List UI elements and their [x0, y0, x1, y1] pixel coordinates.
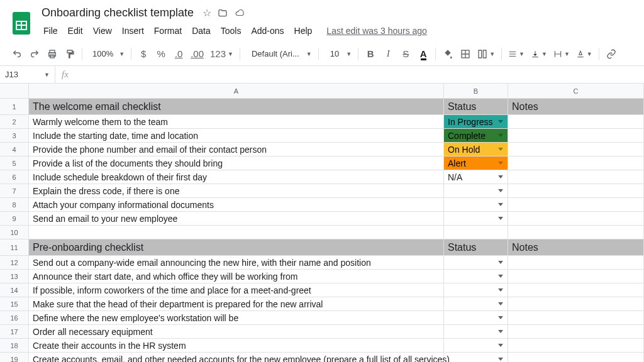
text-color-button[interactable]: A	[415, 46, 431, 62]
status-cell[interactable]	[444, 198, 508, 212]
menu-add-ons[interactable]: Add-ons	[247, 23, 288, 38]
row-header-11[interactable]: 11	[0, 239, 29, 256]
text-rotation-button[interactable]: ▼	[574, 46, 595, 62]
status-cell[interactable]: Alert	[444, 156, 508, 170]
task-cell[interactable]: Attach your company informational docume…	[29, 198, 444, 212]
paint-format-button[interactable]	[62, 46, 78, 62]
menu-file[interactable]: File	[39, 23, 62, 38]
row-header-12[interactable]: 12	[0, 256, 29, 270]
merge-cells-button[interactable]: ▼	[475, 46, 497, 62]
last-edit-link[interactable]: Last edit was 3 hours ago	[326, 26, 427, 36]
notes-cell[interactable]	[508, 256, 644, 270]
status-header[interactable]: Status	[444, 99, 508, 115]
notes-cell[interactable]	[508, 198, 644, 212]
italic-button[interactable]: I	[380, 46, 396, 62]
empty-cell[interactable]	[508, 226, 644, 239]
menu-insert[interactable]: Insert	[118, 23, 148, 38]
row-header-19[interactable]: 19	[0, 353, 29, 362]
notes-cell[interactable]	[508, 325, 644, 339]
insert-link-button[interactable]	[603, 46, 619, 62]
fill-color-button[interactable]	[440, 46, 456, 62]
borders-button[interactable]	[457, 46, 474, 62]
row-header-13[interactable]: 13	[0, 270, 29, 283]
status-cell[interactable]	[444, 212, 508, 226]
empty-cell[interactable]	[444, 226, 508, 239]
task-cell[interactable]: Warmly welcome them to the team	[29, 115, 444, 129]
empty-cell[interactable]	[29, 226, 444, 239]
move-icon[interactable]	[218, 8, 228, 18]
notes-cell[interactable]	[508, 339, 644, 353]
row-header-3[interactable]: 3	[0, 129, 29, 143]
task-cell[interactable]: Create their accounts in the HR system	[29, 339, 444, 353]
notes-cell[interactable]	[508, 184, 644, 198]
row-header-10[interactable]: 10	[0, 226, 29, 239]
status-cell[interactable]: In Progress	[444, 115, 508, 129]
row-header-18[interactable]: 18	[0, 339, 29, 353]
notes-cell[interactable]	[508, 297, 644, 311]
row-header-4[interactable]: 4	[0, 143, 29, 156]
row-header-8[interactable]: 8	[0, 198, 29, 212]
zoom-select[interactable]: 100%▼	[86, 46, 127, 62]
notes-cell[interactable]	[508, 143, 644, 156]
row-header-9[interactable]: 9	[0, 212, 29, 226]
text-wrap-button[interactable]: ▼	[551, 46, 572, 62]
status-header[interactable]: Status	[444, 239, 508, 256]
print-button[interactable]	[44, 46, 60, 62]
status-cell[interactable]	[444, 353, 508, 362]
notes-cell[interactable]	[508, 212, 644, 226]
status-cell[interactable]	[444, 283, 508, 297]
notes-header[interactable]: Notes	[508, 99, 644, 115]
status-cell[interactable]	[444, 184, 508, 198]
task-cell[interactable]: Send an email to your new employee	[29, 212, 444, 226]
task-cell[interactable]: Send out a company-wide email announcing…	[29, 256, 444, 270]
menu-tools[interactable]: Tools	[216, 23, 246, 38]
status-cell[interactable]: N/A	[444, 170, 508, 184]
task-cell[interactable]: Announce their start date, and which off…	[29, 270, 444, 283]
name-box[interactable]: J13 ▼	[0, 66, 55, 83]
status-cell[interactable]	[444, 311, 508, 325]
redo-button[interactable]	[26, 46, 43, 62]
status-cell[interactable]	[444, 297, 508, 311]
status-cell[interactable]: On Hold	[444, 143, 508, 156]
column-header-A[interactable]: A	[29, 84, 444, 99]
cloud-status-icon[interactable]	[234, 9, 245, 18]
font-select[interactable]: Default (Ari...▼	[244, 46, 314, 62]
notes-cell[interactable]	[508, 353, 644, 362]
select-all-corner[interactable]	[0, 84, 29, 99]
row-header-2[interactable]: 2	[0, 115, 29, 129]
vertical-align-button[interactable]: ▼	[528, 46, 550, 62]
task-cell[interactable]: If possible, inform coworkers of the tim…	[29, 283, 444, 297]
task-cell[interactable]: Define where the new employee's workstat…	[29, 311, 444, 325]
column-header-B[interactable]: B	[444, 84, 508, 99]
column-header-C[interactable]: C	[508, 84, 644, 99]
task-cell[interactable]: Make sure that the head of their departm…	[29, 297, 444, 311]
row-header-16[interactable]: 16	[0, 311, 29, 325]
more-formats-button[interactable]: 123▼	[208, 46, 236, 62]
notes-header[interactable]: Notes	[508, 239, 644, 256]
format-percent-button[interactable]: %	[153, 46, 169, 62]
horizontal-align-button[interactable]: ▼	[506, 46, 527, 62]
format-currency-button[interactable]: $	[135, 46, 152, 62]
task-cell[interactable]: Provide a list of the documents they sho…	[29, 156, 444, 170]
task-cell[interactable]: Order all necessary equipment	[29, 325, 444, 339]
status-cell[interactable]	[444, 270, 508, 283]
row-header-5[interactable]: 5	[0, 156, 29, 170]
undo-button[interactable]	[9, 46, 25, 62]
notes-cell[interactable]	[508, 311, 644, 325]
bold-button[interactable]: B	[362, 46, 379, 62]
sheets-logo[interactable]	[9, 11, 34, 36]
menu-edit[interactable]: Edit	[64, 23, 87, 38]
decrease-decimal-button[interactable]: .0	[170, 46, 187, 62]
menu-data[interactable]: Data	[187, 23, 215, 38]
row-header-17[interactable]: 17	[0, 325, 29, 339]
section-title[interactable]: The welcome email checklist	[29, 99, 444, 115]
task-cell[interactable]: Provide the phone number and email of th…	[29, 143, 444, 156]
menu-view[interactable]: View	[89, 23, 116, 38]
notes-cell[interactable]	[508, 270, 644, 283]
task-cell[interactable]: Include schedule breakdown of their firs…	[29, 170, 444, 184]
document-title[interactable]: Onboarding checklist template	[39, 5, 196, 21]
notes-cell[interactable]	[508, 170, 644, 184]
status-cell[interactable]: Complete	[444, 129, 508, 143]
notes-cell[interactable]	[508, 129, 644, 143]
formula-bar[interactable]	[75, 66, 644, 83]
